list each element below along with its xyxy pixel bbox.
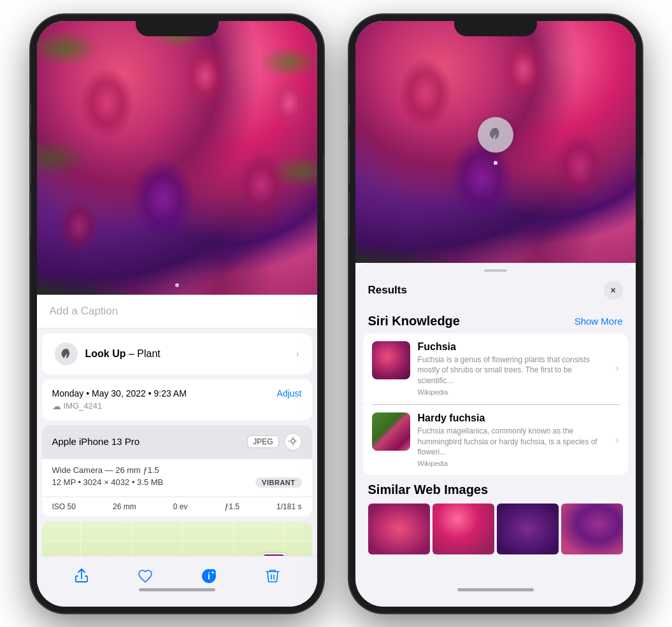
home-indicator-right [457,588,534,591]
green-leaves [37,21,317,295]
hardy-name: Hardy fuchsia [418,412,608,424]
trash-icon [266,568,280,584]
visual-lookup-button[interactable] [478,116,513,152]
vibrant-badge: VIBRANT [255,477,301,488]
results-title: Results [368,284,407,297]
focal-text: 26 mm [113,502,136,511]
results-panel: Results × Siri Knowledge Show More Fuchs… [355,263,636,607]
camera-details: Wide Camera — 26 mm ƒ1.5 12 MP • 3024 × … [42,458,312,497]
lookup-separator: – [129,348,137,359]
visual-lookup-dot [494,161,497,165]
caption-placeholder: Add a Caption [50,305,118,317]
siri-knowledge-title: Siri Knowledge [368,314,460,328]
svg-text:✦: ✦ [211,570,215,575]
ev-text: 0 ev [173,502,188,511]
flower-background [37,21,317,295]
results-header: Results × [355,272,636,306]
fuchsia-content: Fuchsia Fuchsia is a genus of flowering … [418,341,608,396]
hardy-description: Fuchsia magellanica, commonly known as t… [418,426,608,458]
location-icon-badge[interactable] [284,433,302,451]
visual-lookup-icon [55,342,78,365]
date-row: Monday • May 30, 2022 • 9:23 AM Adjust [52,388,302,398]
siri-knowledge-header: Siri Knowledge Show More [355,306,636,334]
lookup-label: Look Up – Plant [85,348,161,360]
filename-text: IMG_4241 [64,401,103,411]
mute-button[interactable] [31,104,31,125]
share-icon [74,568,89,584]
right-photo-area [355,21,636,263]
volume-down-button[interactable] [31,193,31,237]
left-content: Add a Caption Look Up – Plant › [37,21,317,607]
right-volume-down-button[interactable] [349,193,350,237]
photo-area[interactable] [37,21,317,295]
info-icon: i ✦ [201,568,217,584]
similar-image-3[interactable] [497,504,559,554]
home-indicator-left [139,588,215,591]
delete-button[interactable] [259,562,287,590]
hardy-content: Hardy fuchsia Fuchsia magellanica, commo… [418,412,608,467]
right-volume-up-button[interactable] [349,139,350,183]
leaf-icon [60,348,73,360]
bottom-toolbar: i ✦ [37,556,317,607]
similar-images-section: Similar Web Images [355,475,636,560]
hardy-source: Wikipedia [418,460,608,467]
aperture-text: ƒ1.5 [225,502,239,511]
fuchsia-thumbnail [372,341,410,379]
hardy-chevron-icon: › [615,434,618,446]
right-mute-button[interactable] [349,104,350,125]
favorite-button[interactable] [131,562,159,590]
date-text: Monday • May 30, 2022 • 9:23 AM [52,388,187,398]
close-button[interactable]: × [604,281,623,300]
shutter-text: 1/181 s [276,502,301,511]
knowledge-item-hardy[interactable]: Hardy fuchsia Fuchsia magellanica, commo… [363,405,628,475]
svg-point-0 [291,439,295,443]
right-power-button[interactable] [641,155,642,218]
show-more-button[interactable]: Show More [575,316,623,327]
cloud-icon: ☁ [52,401,61,411]
similar-image-1[interactable] [368,504,430,554]
fuchsia-source: Wikipedia [418,388,608,396]
iso-text: ISO 50 [52,502,76,511]
meta-section: Monday • May 30, 2022 • 9:23 AM Adjust ☁… [42,379,312,420]
heart-icon [138,568,153,584]
megapixels-text: 12 MP • 3024 × 4032 • 3.5 MB [52,477,164,487]
left-phone: Add a Caption Look Up – Plant › [31,15,324,613]
similar-title: Similar Web Images [368,483,623,497]
mp-line: 12 MP • 3024 × 4032 • 3.5 MB VIBRANT [52,477,302,488]
visual-lookup-leaf-icon [486,125,505,144]
location-icon [288,437,298,447]
volume-up-button[interactable] [31,139,31,183]
knowledge-item-fuchsia[interactable]: Fuchsia Fuchsia is a genus of flowering … [363,334,628,404]
right-phone: Results × Siri Knowledge Show More Fuchs… [349,15,642,613]
right-screen: Results × Siri Knowledge Show More Fuchs… [355,21,636,607]
device-name: Apple iPhone 13 Pro [52,436,140,447]
device-row: Apple iPhone 13 Pro JPEG [42,425,312,458]
device-section: Apple iPhone 13 Pro JPEG [42,425,312,516]
fuchsia-chevron-icon: › [615,363,618,374]
power-button[interactable] [323,155,324,218]
caption-area[interactable]: Add a Caption [37,295,317,328]
left-screen: Add a Caption Look Up – Plant › [37,21,317,607]
knowledge-card: Fuchsia Fuchsia is a genus of flowering … [363,334,628,476]
adjust-button[interactable]: Adjust [277,388,302,398]
camera-line: Wide Camera — 26 mm ƒ1.5 [52,465,302,475]
lookup-chevron-icon: › [296,349,299,359]
similar-images-row [368,504,623,554]
hardy-thumbnail [372,412,410,451]
fuchsia-description: Fuchsia is a genus of flowering plants t… [418,355,608,386]
photo-dot-indicator [175,283,179,287]
fuchsia-name: Fuchsia [418,341,608,353]
lookup-strong: Look Up [85,348,126,359]
share-button[interactable] [68,562,96,590]
lookup-row[interactable]: Look Up – Plant › [42,334,312,374]
similar-image-2[interactable] [433,504,494,554]
device-badges: JPEG [247,433,301,451]
similar-image-4[interactable] [561,504,623,554]
jpeg-badge: JPEG [247,435,278,448]
filename-row: ☁ IMG_4241 [52,401,302,411]
lookup-subject: Plant [137,348,160,359]
right-content: Results × Siri Knowledge Show More Fuchs… [355,21,636,607]
info-button[interactable]: i ✦ [195,562,223,590]
exif-row: ISO 50 26 mm 0 ev ƒ1.5 1/181 s [42,497,312,516]
